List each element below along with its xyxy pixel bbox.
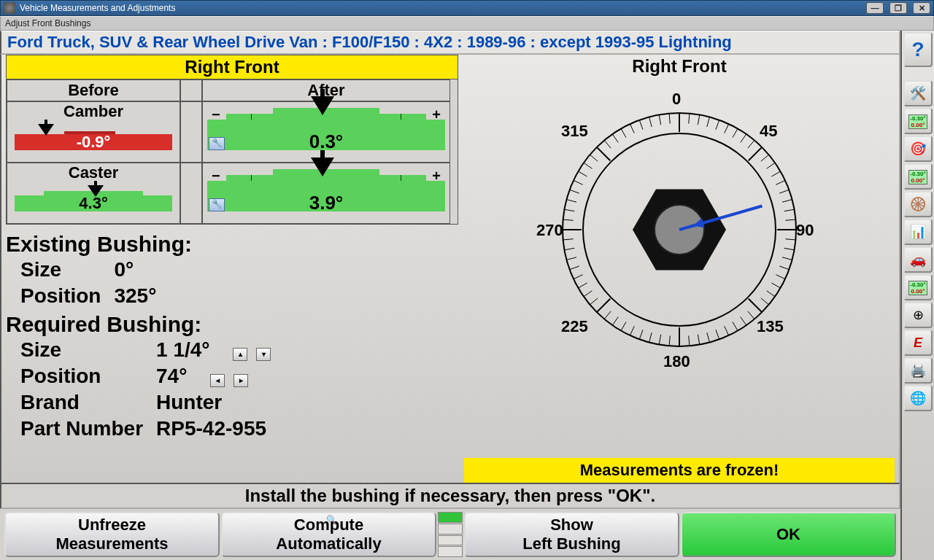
tool-wrench-pair[interactable]: 🛠️ [903,80,933,106]
tool-express[interactable]: E [903,330,933,356]
arrow-down-icon [308,89,337,118]
svg-line-21 [767,163,775,168]
plus-icon: + [432,106,441,123]
svg-line-41 [725,326,729,335]
position-right-button[interactable]: ▸ [234,374,248,387]
size-down-button[interactable]: ▾ [256,348,271,361]
tool-globe[interactable]: 🌐 [903,385,933,411]
dial-0: 0 [672,90,681,109]
close-button[interactable]: ✕ [913,2,930,14]
svg-line-58 [578,283,587,288]
svg-line-70 [578,171,587,176]
maximize-button[interactable]: ❐ [889,2,907,14]
globe-icon: 🌐 [910,390,926,406]
svg-line-57 [584,291,592,297]
compute-button[interactable]: 🔍 Compute Automatically [221,512,436,557]
required-position-label: Position [6,363,156,389]
tool-steering[interactable]: 🛞 [903,191,933,217]
minimize-button[interactable]: — [866,2,884,14]
help-button[interactable]: ? [903,32,933,67]
tool-readout-c[interactable]: -0.30°0.00° [903,274,933,300]
dial-45: 45 [760,122,777,141]
svg-line-76 [621,128,626,137]
svg-line-61 [566,257,576,260]
readout-icon: -0.30°0.00° [908,281,927,295]
tool-readout-a[interactable]: -0.30°0.00° [903,108,933,134]
vehicle-description: Ford Truck, SUV & Rear Wheel Drive Van :… [0,31,900,55]
svg-line-78 [639,120,643,130]
dial-315: 315 [561,122,588,141]
dial-270: 270 [536,221,563,240]
svg-marker-6 [311,158,334,176]
position-left-button[interactable]: ◂ [210,374,225,387]
dial-135: 135 [757,317,784,336]
before-camber-value: -0.9° [15,133,172,152]
svg-line-52 [621,322,626,330]
svg-line-74 [604,140,611,148]
panel-title: Right Front [7,55,458,79]
svg-line-35 [767,291,775,297]
svg-line-77 [630,124,634,133]
svg-line-43 [707,332,710,343]
svg-line-79 [649,117,652,127]
required-bushing-heading: Required Bushing: [6,312,458,337]
bottom-toolbar: Unfreeze Measurements 🔍 Compute Automati… [0,509,900,560]
brand-value: Hunter [156,389,284,416]
existing-position-label: Position [6,283,114,309]
svg-line-73 [597,147,610,160]
after-caster-cell: − + 3.9° [202,163,450,224]
svg-line-63 [563,239,574,240]
plus-icon: + [432,168,441,184]
crosshair-icon: ⊕ [913,307,924,323]
svg-line-13 [707,117,710,127]
tool-bar-graph[interactable]: 📊 [903,219,933,245]
sub-header: Adjust Front Bushings [0,16,934,31]
target-icon: 🎯 [910,141,926,157]
svg-line-55 [597,299,610,312]
svg-line-67 [566,200,576,203]
dial-title: Right Front [632,56,726,77]
dial-225: 225 [561,317,588,336]
titlebar: Vehicle Measurements and Adjustments — ❐… [0,0,934,16]
svg-rect-5 [94,181,97,187]
svg-line-45 [689,335,690,346]
svg-line-50 [639,330,643,339]
ok-button[interactable]: OK [681,512,896,557]
minus-icon: − [212,168,220,184]
svg-line-51 [630,326,634,335]
bushing-info: Existing Bushing: Size 0° Position 325° … [6,229,458,442]
tool-car-view[interactable]: 🚗 [903,246,933,273]
svg-rect-7 [320,150,325,159]
part-number-value: RP5-42-955 [156,416,284,442]
side-toolbar: ? 🛠️ -0.30°0.00° 🎯 -0.30°0.00° 🛞 📊 🚗 -0.… [900,31,934,560]
prompt-text: Install the bushing if necessary, then p… [0,483,900,509]
svg-line-49 [649,332,652,343]
existing-size-label: Size [6,257,114,283]
readout-icon: -0.30°0.00° [908,170,927,184]
help-icon: ? [911,38,924,61]
svg-line-44 [698,335,699,345]
app-icon [4,2,15,14]
printer-icon: 🖨️ [910,362,926,378]
svg-line-25 [782,200,792,203]
svg-line-47 [669,335,670,346]
before-caster-cell: Caster 4.3° [7,163,180,224]
svg-line-54 [604,311,611,319]
bar-graph-icon: 📊 [910,224,926,240]
tool-readout-b[interactable]: -0.30°0.00° [903,163,933,190]
tool-target[interactable]: ⊕ [903,302,933,328]
svg-line-24 [779,190,789,193]
svg-line-29 [785,239,795,240]
svg-line-38 [748,311,754,319]
svg-line-65 [563,219,574,220]
svg-line-69 [574,180,583,184]
show-left-bushing-button[interactable]: Show Left Bushing [464,512,679,557]
readout-icon: -0.30°0.00° [908,114,927,129]
existing-position-value: 325° [114,283,169,309]
svg-line-60 [570,266,579,270]
tool-wheel-target[interactable]: 🎯 [903,136,933,162]
tool-printer[interactable]: 🖨️ [903,357,933,384]
required-size-label: Size [6,337,156,363]
size-up-button[interactable]: ▴ [233,348,247,361]
unfreeze-button[interactable]: Unfreeze Measurements [4,512,220,557]
